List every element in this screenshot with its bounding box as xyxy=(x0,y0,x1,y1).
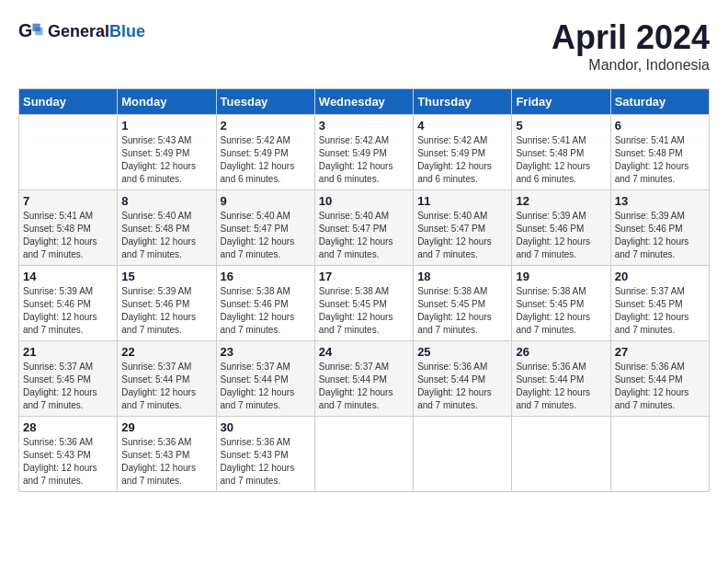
day-number: 28 xyxy=(23,420,113,434)
day-number: 10 xyxy=(319,194,409,208)
calendar-cell: 29Sunrise: 5:36 AM Sunset: 5:43 PM Dayli… xyxy=(118,417,216,492)
calendar-cell: 18Sunrise: 5:38 AM Sunset: 5:45 PM Dayli… xyxy=(414,266,512,341)
day-number: 18 xyxy=(417,270,507,283)
day-info: Sunrise: 5:37 AM Sunset: 5:45 PM Dayligh… xyxy=(615,285,705,337)
day-number: 6 xyxy=(615,119,705,132)
weekday-header-friday: Friday xyxy=(512,89,610,115)
day-info: Sunrise: 5:43 AM Sunset: 5:49 PM Dayligh… xyxy=(121,134,211,186)
day-number: 20 xyxy=(615,270,705,283)
calendar-cell: 8Sunrise: 5:40 AM Sunset: 5:48 PM Daylig… xyxy=(118,190,216,266)
day-number: 26 xyxy=(516,345,606,359)
day-info: Sunrise: 5:39 AM Sunset: 5:46 PM Dayligh… xyxy=(615,210,705,261)
day-info: Sunrise: 5:36 AM Sunset: 5:44 PM Dayligh… xyxy=(516,361,606,412)
day-info: Sunrise: 5:38 AM Sunset: 5:45 PM Dayligh… xyxy=(417,285,507,337)
title-block: April 2024 Mandor, Indonesia xyxy=(552,18,710,74)
weekday-header-saturday: Saturday xyxy=(610,89,709,115)
day-info: Sunrise: 5:41 AM Sunset: 5:48 PM Dayligh… xyxy=(615,134,705,186)
calendar-cell: 9Sunrise: 5:40 AM Sunset: 5:47 PM Daylig… xyxy=(216,190,314,266)
calendar-cell: 23Sunrise: 5:37 AM Sunset: 5:44 PM Dayli… xyxy=(216,341,314,417)
day-info: Sunrise: 5:40 AM Sunset: 5:47 PM Dayligh… xyxy=(417,210,507,261)
day-info: Sunrise: 5:36 AM Sunset: 5:43 PM Dayligh… xyxy=(221,436,311,488)
day-info: Sunrise: 5:36 AM Sunset: 5:44 PM Dayligh… xyxy=(417,361,507,412)
calendar-cell: 10Sunrise: 5:40 AM Sunset: 5:47 PM Dayli… xyxy=(314,190,413,266)
day-number: 16 xyxy=(221,270,311,283)
calendar-cell: 14Sunrise: 5:39 AM Sunset: 5:46 PM Dayli… xyxy=(19,266,118,341)
calendar-cell: 15Sunrise: 5:39 AM Sunset: 5:46 PM Dayli… xyxy=(118,266,216,341)
day-number: 13 xyxy=(615,194,705,208)
day-info: Sunrise: 5:37 AM Sunset: 5:44 PM Dayligh… xyxy=(221,361,311,412)
calendar-cell: 26Sunrise: 5:36 AM Sunset: 5:44 PM Dayli… xyxy=(512,341,610,417)
day-info: Sunrise: 5:36 AM Sunset: 5:43 PM Dayligh… xyxy=(121,436,211,488)
day-number: 19 xyxy=(516,270,606,283)
logo-blue-text: Blue xyxy=(109,22,145,40)
day-number: 1 xyxy=(121,119,211,132)
calendar-cell: 16Sunrise: 5:38 AM Sunset: 5:46 PM Dayli… xyxy=(216,266,314,341)
calendar-cell: 21Sunrise: 5:37 AM Sunset: 5:45 PM Dayli… xyxy=(19,341,118,417)
day-number: 24 xyxy=(319,345,409,359)
calendar-table: SundayMondayTuesdayWednesdayThursdayFrid… xyxy=(18,88,710,492)
day-number: 27 xyxy=(615,345,705,359)
calendar-cell: 19Sunrise: 5:38 AM Sunset: 5:45 PM Dayli… xyxy=(512,266,610,341)
day-info: Sunrise: 5:38 AM Sunset: 5:45 PM Dayligh… xyxy=(319,285,409,337)
day-number: 2 xyxy=(221,119,311,132)
page-title: April 2024 xyxy=(552,18,710,57)
day-number: 12 xyxy=(516,194,606,208)
logo-general-text: General xyxy=(48,22,109,40)
day-number: 29 xyxy=(121,420,211,434)
weekday-header-wednesday: Wednesday xyxy=(314,89,413,115)
day-number: 23 xyxy=(221,345,311,359)
day-info: Sunrise: 5:36 AM Sunset: 5:43 PM Dayligh… xyxy=(23,436,113,488)
weekday-header-sunday: Sunday xyxy=(19,89,118,115)
calendar-cell: 1Sunrise: 5:43 AM Sunset: 5:49 PM Daylig… xyxy=(118,115,216,190)
day-info: Sunrise: 5:42 AM Sunset: 5:49 PM Dayligh… xyxy=(319,134,409,186)
calendar-week-1: 1Sunrise: 5:43 AM Sunset: 5:49 PM Daylig… xyxy=(19,115,710,190)
calendar-cell: 11Sunrise: 5:40 AM Sunset: 5:47 PM Dayli… xyxy=(414,190,512,266)
day-info: Sunrise: 5:42 AM Sunset: 5:49 PM Dayligh… xyxy=(417,134,507,186)
day-number: 25 xyxy=(417,345,507,359)
day-number: 21 xyxy=(23,345,113,359)
calendar-cell: 25Sunrise: 5:36 AM Sunset: 5:44 PM Dayli… xyxy=(414,341,512,417)
day-info: Sunrise: 5:36 AM Sunset: 5:44 PM Dayligh… xyxy=(615,361,705,412)
day-number: 8 xyxy=(121,194,211,208)
calendar-cell xyxy=(19,115,118,190)
calendar-cell: 7Sunrise: 5:41 AM Sunset: 5:48 PM Daylig… xyxy=(19,190,118,266)
calendar-cell: 3Sunrise: 5:42 AM Sunset: 5:49 PM Daylig… xyxy=(314,115,413,190)
day-info: Sunrise: 5:37 AM Sunset: 5:44 PM Dayligh… xyxy=(319,361,409,412)
calendar-header-row: SundayMondayTuesdayWednesdayThursdayFrid… xyxy=(19,89,710,115)
day-number: 22 xyxy=(121,345,211,359)
weekday-header-tuesday: Tuesday xyxy=(216,89,314,115)
day-number: 11 xyxy=(417,194,507,208)
day-info: Sunrise: 5:42 AM Sunset: 5:49 PM Dayligh… xyxy=(221,134,311,186)
day-number: 15 xyxy=(121,270,211,283)
day-info: Sunrise: 5:37 AM Sunset: 5:45 PM Dayligh… xyxy=(23,361,113,412)
page-header: G GeneralBlue April 2024 Mandor, Indones… xyxy=(18,18,710,74)
day-info: Sunrise: 5:41 AM Sunset: 5:48 PM Dayligh… xyxy=(516,134,606,186)
calendar-week-5: 28Sunrise: 5:36 AM Sunset: 5:43 PM Dayli… xyxy=(19,417,710,492)
calendar-cell: 12Sunrise: 5:39 AM Sunset: 5:46 PM Dayli… xyxy=(512,190,610,266)
calendar-cell xyxy=(314,417,413,492)
calendar-cell: 30Sunrise: 5:36 AM Sunset: 5:43 PM Dayli… xyxy=(216,417,314,492)
calendar-cell: 17Sunrise: 5:38 AM Sunset: 5:45 PM Dayli… xyxy=(314,266,413,341)
day-info: Sunrise: 5:37 AM Sunset: 5:44 PM Dayligh… xyxy=(121,361,211,412)
calendar-cell: 27Sunrise: 5:36 AM Sunset: 5:44 PM Dayli… xyxy=(610,341,709,417)
calendar-cell: 5Sunrise: 5:41 AM Sunset: 5:48 PM Daylig… xyxy=(512,115,610,190)
calendar-cell: 6Sunrise: 5:41 AM Sunset: 5:48 PM Daylig… xyxy=(610,115,709,190)
weekday-header-thursday: Thursday xyxy=(414,89,512,115)
day-info: Sunrise: 5:40 AM Sunset: 5:48 PM Dayligh… xyxy=(121,210,211,261)
calendar-cell: 28Sunrise: 5:36 AM Sunset: 5:43 PM Dayli… xyxy=(19,417,118,492)
page-subtitle: Mandor, Indonesia xyxy=(552,57,710,74)
calendar-cell: 13Sunrise: 5:39 AM Sunset: 5:46 PM Dayli… xyxy=(610,190,709,266)
calendar-cell: 22Sunrise: 5:37 AM Sunset: 5:44 PM Dayli… xyxy=(118,341,216,417)
logo-icon: G xyxy=(18,18,44,44)
weekday-header-monday: Monday xyxy=(118,89,216,115)
calendar-cell xyxy=(512,417,610,492)
day-number: 5 xyxy=(516,119,606,132)
calendar-cell xyxy=(610,417,709,492)
calendar-cell: 20Sunrise: 5:37 AM Sunset: 5:45 PM Dayli… xyxy=(610,266,709,341)
day-info: Sunrise: 5:39 AM Sunset: 5:46 PM Dayligh… xyxy=(516,210,606,261)
logo: G GeneralBlue xyxy=(18,18,145,44)
day-info: Sunrise: 5:38 AM Sunset: 5:45 PM Dayligh… xyxy=(516,285,606,337)
day-info: Sunrise: 5:39 AM Sunset: 5:46 PM Dayligh… xyxy=(23,285,113,337)
calendar-cell: 24Sunrise: 5:37 AM Sunset: 5:44 PM Dayli… xyxy=(314,341,413,417)
calendar-week-2: 7Sunrise: 5:41 AM Sunset: 5:48 PM Daylig… xyxy=(19,190,710,266)
